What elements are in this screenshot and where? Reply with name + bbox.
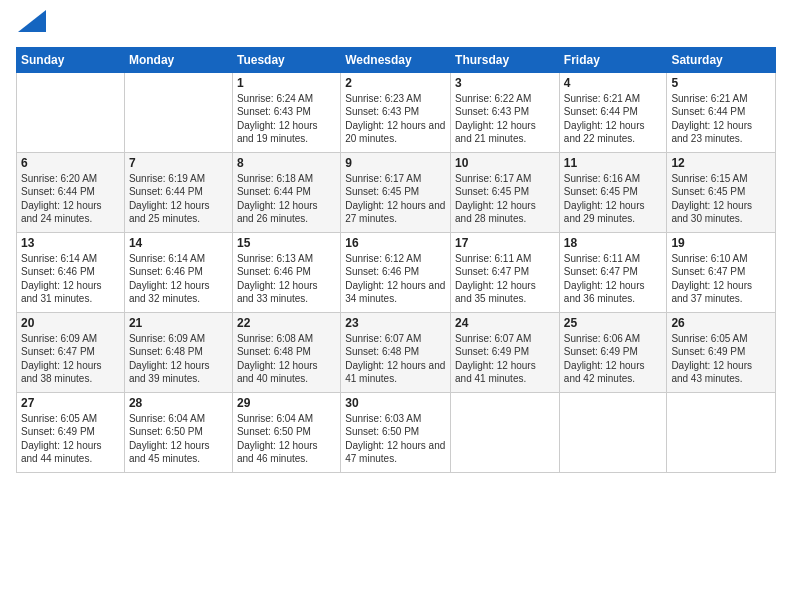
day-number: 22 [237, 316, 336, 330]
day-info: Sunrise: 6:19 AM Sunset: 6:44 PM Dayligh… [129, 172, 228, 226]
day-info: Sunrise: 6:06 AM Sunset: 6:49 PM Dayligh… [564, 332, 663, 386]
day-info: Sunrise: 6:11 AM Sunset: 6:47 PM Dayligh… [564, 252, 663, 306]
day-info: Sunrise: 6:07 AM Sunset: 6:48 PM Dayligh… [345, 332, 446, 386]
calendar-week-row: 20Sunrise: 6:09 AM Sunset: 6:47 PM Dayli… [17, 312, 776, 392]
day-info: Sunrise: 6:07 AM Sunset: 6:49 PM Dayligh… [455, 332, 555, 386]
day-number: 29 [237, 396, 336, 410]
calendar-cell: 4Sunrise: 6:21 AM Sunset: 6:44 PM Daylig… [559, 72, 667, 152]
day-info: Sunrise: 6:04 AM Sunset: 6:50 PM Dayligh… [129, 412, 228, 466]
calendar-cell: 9Sunrise: 6:17 AM Sunset: 6:45 PM Daylig… [341, 152, 451, 232]
column-header-monday: Monday [124, 47, 232, 72]
day-number: 16 [345, 236, 446, 250]
calendar-cell [17, 72, 125, 152]
calendar-cell: 8Sunrise: 6:18 AM Sunset: 6:44 PM Daylig… [232, 152, 340, 232]
calendar-cell [124, 72, 232, 152]
logo-text [16, 12, 46, 39]
day-info: Sunrise: 6:09 AM Sunset: 6:47 PM Dayligh… [21, 332, 120, 386]
calendar-cell: 30Sunrise: 6:03 AM Sunset: 6:50 PM Dayli… [341, 392, 451, 472]
calendar-cell: 10Sunrise: 6:17 AM Sunset: 6:45 PM Dayli… [451, 152, 560, 232]
column-header-wednesday: Wednesday [341, 47, 451, 72]
day-info: Sunrise: 6:05 AM Sunset: 6:49 PM Dayligh… [671, 332, 771, 386]
day-number: 19 [671, 236, 771, 250]
calendar-cell: 7Sunrise: 6:19 AM Sunset: 6:44 PM Daylig… [124, 152, 232, 232]
day-info: Sunrise: 6:04 AM Sunset: 6:50 PM Dayligh… [237, 412, 336, 466]
day-info: Sunrise: 6:22 AM Sunset: 6:43 PM Dayligh… [455, 92, 555, 146]
day-number: 4 [564, 76, 663, 90]
day-number: 15 [237, 236, 336, 250]
day-number: 30 [345, 396, 446, 410]
logo [16, 12, 46, 39]
calendar-cell: 20Sunrise: 6:09 AM Sunset: 6:47 PM Dayli… [17, 312, 125, 392]
calendar-cell: 15Sunrise: 6:13 AM Sunset: 6:46 PM Dayli… [232, 232, 340, 312]
day-number: 2 [345, 76, 446, 90]
logo-icon [18, 10, 46, 32]
column-header-friday: Friday [559, 47, 667, 72]
calendar-cell: 26Sunrise: 6:05 AM Sunset: 6:49 PM Dayli… [667, 312, 776, 392]
day-info: Sunrise: 6:16 AM Sunset: 6:45 PM Dayligh… [564, 172, 663, 226]
day-number: 6 [21, 156, 120, 170]
day-number: 5 [671, 76, 771, 90]
calendar-cell: 12Sunrise: 6:15 AM Sunset: 6:45 PM Dayli… [667, 152, 776, 232]
day-info: Sunrise: 6:21 AM Sunset: 6:44 PM Dayligh… [564, 92, 663, 146]
column-header-sunday: Sunday [17, 47, 125, 72]
calendar-cell: 17Sunrise: 6:11 AM Sunset: 6:47 PM Dayli… [451, 232, 560, 312]
calendar-cell: 16Sunrise: 6:12 AM Sunset: 6:46 PM Dayli… [341, 232, 451, 312]
day-number: 14 [129, 236, 228, 250]
day-info: Sunrise: 6:23 AM Sunset: 6:43 PM Dayligh… [345, 92, 446, 146]
day-info: Sunrise: 6:17 AM Sunset: 6:45 PM Dayligh… [455, 172, 555, 226]
calendar-cell [559, 392, 667, 472]
calendar-cell: 19Sunrise: 6:10 AM Sunset: 6:47 PM Dayli… [667, 232, 776, 312]
column-header-saturday: Saturday [667, 47, 776, 72]
calendar-cell [451, 392, 560, 472]
calendar-cell: 11Sunrise: 6:16 AM Sunset: 6:45 PM Dayli… [559, 152, 667, 232]
calendar-cell: 21Sunrise: 6:09 AM Sunset: 6:48 PM Dayli… [124, 312, 232, 392]
calendar-cell: 29Sunrise: 6:04 AM Sunset: 6:50 PM Dayli… [232, 392, 340, 472]
column-header-thursday: Thursday [451, 47, 560, 72]
calendar-cell: 27Sunrise: 6:05 AM Sunset: 6:49 PM Dayli… [17, 392, 125, 472]
calendar-cell: 3Sunrise: 6:22 AM Sunset: 6:43 PM Daylig… [451, 72, 560, 152]
day-info: Sunrise: 6:03 AM Sunset: 6:50 PM Dayligh… [345, 412, 446, 466]
day-number: 18 [564, 236, 663, 250]
day-number: 28 [129, 396, 228, 410]
calendar-cell: 23Sunrise: 6:07 AM Sunset: 6:48 PM Dayli… [341, 312, 451, 392]
calendar-cell: 24Sunrise: 6:07 AM Sunset: 6:49 PM Dayli… [451, 312, 560, 392]
svg-marker-0 [18, 10, 46, 32]
day-info: Sunrise: 6:12 AM Sunset: 6:46 PM Dayligh… [345, 252, 446, 306]
day-number: 26 [671, 316, 771, 330]
day-number: 13 [21, 236, 120, 250]
day-info: Sunrise: 6:21 AM Sunset: 6:44 PM Dayligh… [671, 92, 771, 146]
day-number: 27 [21, 396, 120, 410]
calendar-week-row: 6Sunrise: 6:20 AM Sunset: 6:44 PM Daylig… [17, 152, 776, 232]
day-info: Sunrise: 6:15 AM Sunset: 6:45 PM Dayligh… [671, 172, 771, 226]
calendar-week-row: 1Sunrise: 6:24 AM Sunset: 6:43 PM Daylig… [17, 72, 776, 152]
day-number: 3 [455, 76, 555, 90]
day-number: 25 [564, 316, 663, 330]
day-info: Sunrise: 6:09 AM Sunset: 6:48 PM Dayligh… [129, 332, 228, 386]
day-info: Sunrise: 6:14 AM Sunset: 6:46 PM Dayligh… [21, 252, 120, 306]
column-header-tuesday: Tuesday [232, 47, 340, 72]
calendar-cell: 25Sunrise: 6:06 AM Sunset: 6:49 PM Dayli… [559, 312, 667, 392]
day-number: 12 [671, 156, 771, 170]
day-info: Sunrise: 6:14 AM Sunset: 6:46 PM Dayligh… [129, 252, 228, 306]
day-info: Sunrise: 6:05 AM Sunset: 6:49 PM Dayligh… [21, 412, 120, 466]
calendar-week-row: 27Sunrise: 6:05 AM Sunset: 6:49 PM Dayli… [17, 392, 776, 472]
day-info: Sunrise: 6:08 AM Sunset: 6:48 PM Dayligh… [237, 332, 336, 386]
calendar-cell: 18Sunrise: 6:11 AM Sunset: 6:47 PM Dayli… [559, 232, 667, 312]
calendar-cell: 6Sunrise: 6:20 AM Sunset: 6:44 PM Daylig… [17, 152, 125, 232]
day-number: 7 [129, 156, 228, 170]
day-number: 23 [345, 316, 446, 330]
day-number: 1 [237, 76, 336, 90]
page: SundayMondayTuesdayWednesdayThursdayFrid… [0, 0, 792, 612]
calendar-week-row: 13Sunrise: 6:14 AM Sunset: 6:46 PM Dayli… [17, 232, 776, 312]
header [16, 12, 776, 39]
day-number: 10 [455, 156, 555, 170]
day-number: 24 [455, 316, 555, 330]
day-number: 17 [455, 236, 555, 250]
day-number: 20 [21, 316, 120, 330]
calendar-cell: 2Sunrise: 6:23 AM Sunset: 6:43 PM Daylig… [341, 72, 451, 152]
day-number: 9 [345, 156, 446, 170]
day-info: Sunrise: 6:10 AM Sunset: 6:47 PM Dayligh… [671, 252, 771, 306]
day-info: Sunrise: 6:18 AM Sunset: 6:44 PM Dayligh… [237, 172, 336, 226]
day-info: Sunrise: 6:24 AM Sunset: 6:43 PM Dayligh… [237, 92, 336, 146]
calendar-cell [667, 392, 776, 472]
